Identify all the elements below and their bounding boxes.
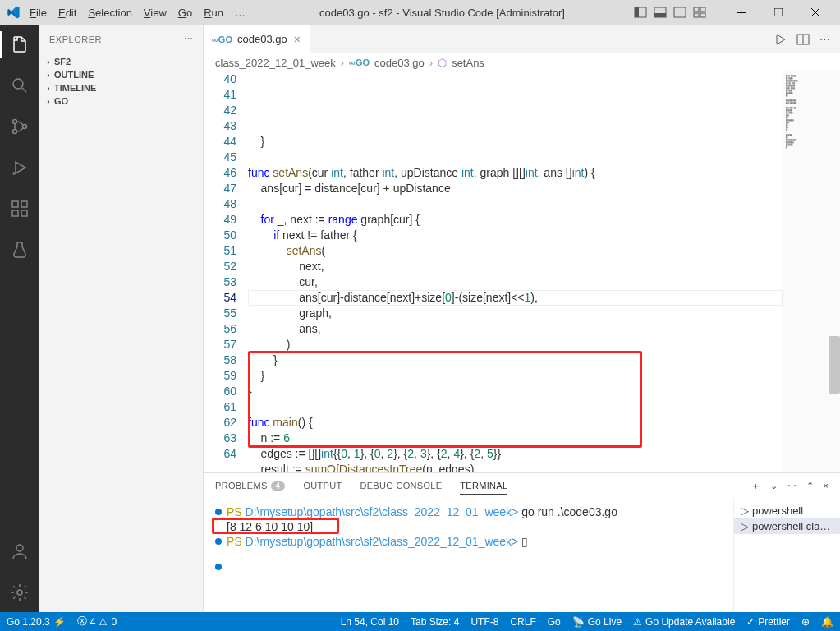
sidebar-title: EXPLORER (49, 35, 102, 44)
panel-close-icon[interactable]: × (824, 481, 829, 491)
status-lang[interactable]: Go (548, 616, 561, 628)
terminal-output[interactable]: PS D:\mysetup\gopath\src\sf2\class_2022_… (204, 498, 733, 612)
code-editor[interactable]: 4041424344454647484950515253545556575859… (204, 71, 840, 472)
breadcrumb-folder[interactable]: class_2022_12_01_week (215, 57, 336, 69)
menu-file[interactable]: File (25, 5, 52, 21)
panel-maximize-icon[interactable]: ⌃ (806, 481, 814, 491)
svg-point-21 (17, 590, 22, 595)
code-content[interactable]: }func setAns(cur int, father int, upDist… (248, 71, 783, 472)
svg-rect-16 (12, 201, 18, 207)
sidebar-item-sf2[interactable]: ›SF2 (39, 55, 203, 68)
window-title: code03.go - sf2 - Visual Studio Code [Ad… (250, 7, 634, 19)
minimap[interactable]: █ ██ ███████ ██████████████████ ██ █████… (783, 71, 840, 472)
title-bar: File Edit Selection View Go Run … code03… (0, 0, 840, 25)
activity-scm[interactable] (0, 113, 39, 140)
menu-edit[interactable]: Edit (53, 5, 81, 21)
sidebar-header: EXPLORER ⋯ (39, 25, 203, 53)
status-problems[interactable]: ⓧ 4 ⚠ 0 (77, 615, 117, 629)
close-button[interactable] (796, 0, 833, 25)
status-bell-icon[interactable]: 🔔 (821, 616, 833, 628)
toggle-panel-icon[interactable] (634, 6, 647, 19)
breadcrumb-file[interactable]: code03.go (374, 57, 425, 69)
status-bar: Go 1.20.3 ⚡ ⓧ 4 ⚠ 0 Ln 54, Col 10 Tab Si… (0, 612, 840, 631)
svg-point-12 (13, 120, 17, 124)
minimize-button[interactable] (723, 0, 760, 25)
sidebar-item-go[interactable]: ›GO (39, 94, 203, 108)
status-feedback-icon[interactable]: ⊕ (801, 616, 810, 628)
activity-explorer[interactable] (0, 31, 39, 58)
activity-testing[interactable] (0, 237, 39, 263)
panel-tabs: PROBLEMS4 OUTPUT DEBUG CONSOLE TERMINAL … (204, 473, 840, 498)
toggle-right-icon[interactable] (673, 6, 686, 19)
sidebar: EXPLORER ⋯ ›SF2 ›OUTLINE ›TIMELINE ›GO (39, 25, 204, 612)
tab-code03[interactable]: ∞GO code03.go × (204, 25, 311, 53)
terminal-list: ▷powershell ▷powershell cla… (733, 498, 840, 612)
terminal-item-2[interactable]: ▷powershell cla… (734, 518, 840, 534)
terminal-dropdown-icon[interactable]: ⌄ (770, 481, 778, 491)
panel-tab-output[interactable]: OUTPUT (303, 477, 342, 494)
status-cursor[interactable]: Ln 54, Col 10 (341, 616, 399, 628)
svg-rect-18 (21, 210, 27, 216)
menu-run[interactable]: Run (199, 5, 228, 21)
status-go-version[interactable]: Go 1.20.3 ⚡ (7, 616, 66, 628)
sidebar-more-icon[interactable]: ⋯ (184, 34, 194, 44)
split-editor-icon[interactable] (796, 33, 810, 46)
run-icon[interactable] (773, 33, 787, 46)
menu-bar: File Edit Selection View Go Run … (25, 5, 250, 21)
activity-debug[interactable] (0, 154, 39, 181)
panel-tab-problems[interactable]: PROBLEMS4 (215, 477, 285, 494)
scrollbar-thumb[interactable] (829, 336, 840, 394)
svg-rect-19 (21, 201, 27, 207)
svg-rect-1 (635, 7, 639, 17)
breadcrumb[interactable]: class_2022_12_01_week › ∞GO code03.go › … (204, 53, 840, 71)
svg-rect-3 (654, 13, 666, 17)
toggle-bottom-icon[interactable] (654, 6, 667, 19)
status-encoding[interactable]: UTF-8 (470, 616, 498, 628)
menu-selection[interactable]: Selection (83, 5, 136, 21)
activity-settings[interactable] (0, 579, 39, 606)
symbol-icon: ⬡ (438, 57, 447, 69)
svg-rect-4 (674, 7, 686, 17)
status-golive[interactable]: 📡 Go Live (572, 616, 622, 628)
activity-search[interactable] (0, 72, 39, 99)
menu-more[interactable]: … (230, 5, 250, 21)
panel-more-icon[interactable]: ⋯ (787, 481, 796, 491)
menu-view[interactable]: View (139, 5, 172, 21)
svg-rect-7 (694, 13, 699, 17)
editor-tabs: ∞GO code03.go × ⋯ (204, 25, 840, 53)
svg-rect-6 (700, 7, 705, 12)
activity-account[interactable] (0, 538, 39, 564)
svg-rect-5 (694, 7, 699, 12)
svg-point-13 (13, 130, 17, 134)
editor-more-icon[interactable]: ⋯ (819, 33, 830, 45)
status-eol[interactable]: CRLF (510, 616, 535, 628)
svg-rect-9 (737, 12, 746, 13)
terminal-result: [8 12 6 10 10 10] (227, 519, 313, 534)
go-file-icon: ∞GO (349, 58, 370, 67)
sidebar-item-timeline[interactable]: ›TIMELINE (39, 81, 203, 94)
svg-rect-10 (774, 8, 783, 16)
line-gutter: 4041424344454647484950515253545556575859… (204, 71, 248, 472)
svg-point-20 (16, 545, 23, 551)
customize-layout-icon[interactable] (693, 6, 706, 19)
status-update[interactable]: ⚠ Go Update Available (633, 616, 735, 628)
svg-point-15 (13, 173, 15, 174)
panel-tab-terminal[interactable]: TERMINAL (460, 477, 507, 495)
menu-go[interactable]: Go (173, 5, 197, 21)
svg-point-14 (23, 125, 27, 129)
vscode-icon (7, 6, 20, 19)
status-tabsize[interactable]: Tab Size: 4 (411, 616, 459, 628)
maximize-button[interactable] (760, 0, 796, 25)
editor-area: ∞GO code03.go × ⋯ class_2022_12_01_week … (204, 25, 840, 612)
svg-rect-8 (700, 13, 705, 17)
sidebar-item-outline[interactable]: ›OUTLINE (39, 68, 203, 81)
svg-point-11 (13, 79, 23, 89)
status-prettier[interactable]: ✓ Prettier (746, 616, 790, 628)
activity-extensions[interactable] (0, 196, 39, 222)
new-terminal-icon[interactable]: ＋ (751, 480, 760, 492)
panel-tab-debug[interactable]: DEBUG CONSOLE (360, 477, 442, 494)
breadcrumb-symbol[interactable]: setAns (452, 57, 484, 69)
tab-close-icon[interactable]: × (292, 33, 302, 46)
go-file-icon: ∞GO (212, 35, 232, 44)
terminal-item-1[interactable]: ▷powershell (734, 503, 840, 518)
